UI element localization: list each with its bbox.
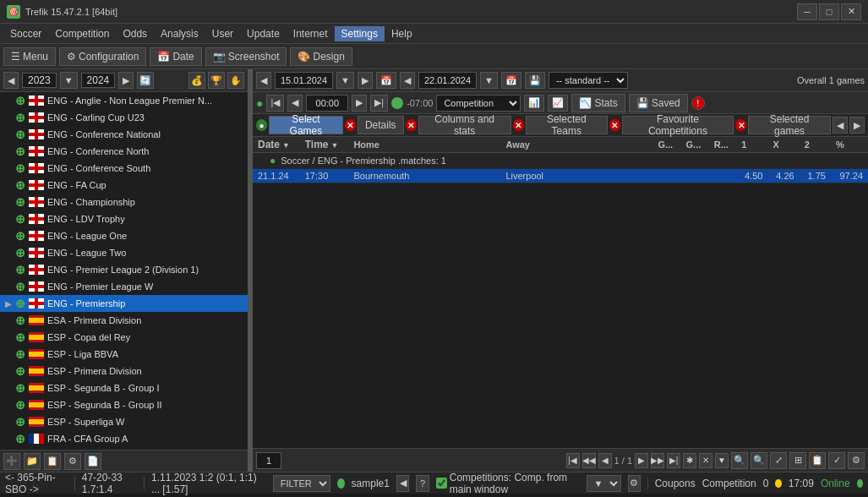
- list-item[interactable]: ⊕ENG - Championship: [0, 194, 248, 210]
- send-icon[interactable]: ◀: [396, 475, 409, 492]
- page-next[interactable]: ▶: [635, 453, 648, 468]
- list-item[interactable]: ⊕ESA - Primera Division: [0, 312, 248, 329]
- list-item[interactable]: ⊕ENG - Conference National: [0, 126, 248, 143]
- list-item[interactable]: ⊕ESP - Segunda B - Group I: [0, 380, 248, 396]
- year-nav-button[interactable]: ▼: [60, 72, 78, 89]
- competitions-checkbox[interactable]: [436, 478, 447, 489]
- list-icon[interactable]: 📋: [44, 453, 61, 470]
- col-r[interactable]: R...: [709, 137, 736, 153]
- hand-icon[interactable]: ✋: [227, 72, 244, 89]
- wheel-icon[interactable]: ⚙: [848, 452, 865, 469]
- menu-user[interactable]: User: [205, 26, 240, 41]
- teams-close[interactable]: ✕: [513, 119, 524, 131]
- page-last[interactable]: ▶|: [667, 453, 680, 468]
- time-from-input[interactable]: [306, 95, 348, 112]
- settings-icon[interactable]: ⚙: [64, 453, 81, 470]
- list-item[interactable]: ⊕ENG - Premier League 2 (Division 1): [0, 261, 248, 278]
- menu-analysis[interactable]: Analysis: [154, 26, 205, 41]
- check-icon[interactable]: ✓: [828, 452, 845, 469]
- maximize-button[interactable]: □: [819, 3, 839, 20]
- list-item[interactable]: ⊕ENG - Premier League W: [0, 278, 248, 295]
- zoom-in-icon[interactable]: 🔍: [731, 452, 748, 469]
- expand-icon[interactable]: ⊕: [15, 246, 25, 259]
- design-button[interactable]: 🎨 Design: [290, 47, 352, 66]
- list-item[interactable]: ⊕ESP - Segunda B - Group II: [0, 396, 248, 413]
- expand-icon[interactable]: ⊕: [15, 263, 25, 276]
- columns-close[interactable]: ✕: [406, 119, 417, 131]
- trophy-icon[interactable]: 🏆: [208, 72, 225, 89]
- table-row[interactable]: 21.1.2417:30BournemouthLiverpool4.504.26…: [253, 169, 868, 183]
- col-g1[interactable]: G...: [652, 137, 680, 153]
- tab-selected-teams[interactable]: Selected Teams: [526, 116, 608, 134]
- page-filter[interactable]: ▼: [715, 453, 729, 468]
- list-item[interactable]: ⊕FRA - CFA Group A: [0, 430, 248, 447]
- col-pct[interactable]: %: [831, 137, 868, 153]
- list-item[interactable]: ⊕ENG - FA Cup: [0, 177, 248, 194]
- expand-icon[interactable]: ⊕: [15, 330, 25, 344]
- first-btn[interactable]: |◀: [266, 95, 284, 112]
- expand-icon[interactable]: ⊕: [15, 297, 25, 310]
- standard-select[interactable]: -- standard --: [549, 72, 628, 89]
- last-btn[interactable]: ▶|: [370, 95, 388, 112]
- list-item[interactable]: ⊕ENG - Conference South: [0, 160, 248, 177]
- tab-selected-games[interactable]: Selected games: [748, 116, 831, 134]
- menu-update[interactable]: Update: [240, 26, 287, 41]
- tab-columns[interactable]: Columns and stats: [418, 116, 511, 134]
- list-item[interactable]: ⊕ENG - Conference North: [0, 143, 248, 160]
- list-item[interactable]: ⊕ENG - League Two: [0, 244, 248, 261]
- expand-icon[interactable]: ⊕: [15, 212, 25, 226]
- menu-button[interactable]: ☰ Menu: [3, 47, 56, 66]
- page-input[interactable]: [256, 452, 281, 469]
- menu-odds[interactable]: Odds: [116, 26, 154, 41]
- col-date[interactable]: Date ▼: [253, 137, 300, 153]
- page-next2[interactable]: ▶▶: [651, 453, 664, 468]
- col-g2[interactable]: G...: [681, 137, 709, 153]
- list-item[interactable]: ⊕ENG - LDV Trophy: [0, 210, 248, 227]
- add-icon[interactable]: ➕: [3, 453, 20, 470]
- details-close[interactable]: ✕: [345, 119, 356, 131]
- menu-soccer[interactable]: Soccer: [3, 26, 48, 41]
- excel-icon-btn[interactable]: 📊: [524, 95, 544, 112]
- list-item[interactable]: ⊕ENG - Carling Cup U23: [0, 109, 248, 126]
- expand-icon[interactable]: ⊕: [15, 178, 25, 192]
- fav-close[interactable]: ✕: [609, 119, 620, 131]
- expand-icon[interactable]: ⊕: [15, 347, 25, 361]
- tab-nav-right[interactable]: ▶: [849, 117, 865, 134]
- tab-favourite[interactable]: Favourite Competitions: [622, 116, 734, 134]
- filter-select[interactable]: FILTER: [273, 475, 330, 492]
- expand-icon[interactable]: ⊕: [15, 364, 25, 378]
- export-icon[interactable]: 📋: [809, 452, 826, 469]
- columns-icon[interactable]: ⊞: [789, 452, 806, 469]
- page-prev2[interactable]: ◀◀: [582, 453, 596, 468]
- col-time[interactable]: Time ▼: [300, 137, 349, 153]
- menu-help[interactable]: Help: [385, 26, 419, 41]
- date-to-dropdown[interactable]: ▼: [480, 72, 498, 89]
- menu-internet[interactable]: Internet: [287, 26, 335, 41]
- expand-icon[interactable]: ⊕: [15, 195, 25, 209]
- menu-competition[interactable]: Competition: [48, 26, 116, 41]
- chart-icon-btn[interactable]: 📈: [548, 95, 568, 112]
- col-home[interactable]: Home: [348, 137, 500, 153]
- configuration-button[interactable]: ⚙ Configuration: [59, 47, 146, 66]
- zoom-out-icon[interactable]: 🔍: [751, 452, 767, 469]
- minimize-button[interactable]: ─: [797, 3, 817, 20]
- saved-tab[interactable]: 💾 Saved: [629, 94, 688, 112]
- tab-nav-left[interactable]: ◀: [833, 117, 848, 134]
- date-from-dropdown[interactable]: ▼: [336, 72, 354, 89]
- expand-icon[interactable]: ⊕: [15, 111, 25, 124]
- folder-icon[interactable]: 📁: [24, 453, 41, 470]
- expand-icon[interactable]: ⊕: [15, 229, 25, 243]
- expand-icon[interactable]: ⊕: [15, 280, 25, 293]
- menu-settings[interactable]: Settings: [335, 26, 385, 41]
- date-forward-button[interactable]: ▶: [358, 72, 373, 89]
- stats-tab[interactable]: 📉 Stats: [571, 94, 625, 112]
- list-item[interactable]: ▶⊕ENG - Premiership: [0, 295, 248, 312]
- save-icon-btn[interactable]: 💾: [525, 72, 545, 89]
- comp-settings-icon[interactable]: ⚙: [628, 475, 641, 492]
- comp-from-window-select[interactable]: ▼: [587, 475, 621, 492]
- copy-icon[interactable]: 📄: [85, 453, 101, 470]
- list-item[interactable]: ⊕ENG - League One: [0, 227, 248, 244]
- left-arrow-button[interactable]: ◀: [3, 72, 19, 89]
- expand-icon[interactable]: ⊕: [15, 145, 25, 158]
- close-button[interactable]: ✕: [841, 3, 861, 20]
